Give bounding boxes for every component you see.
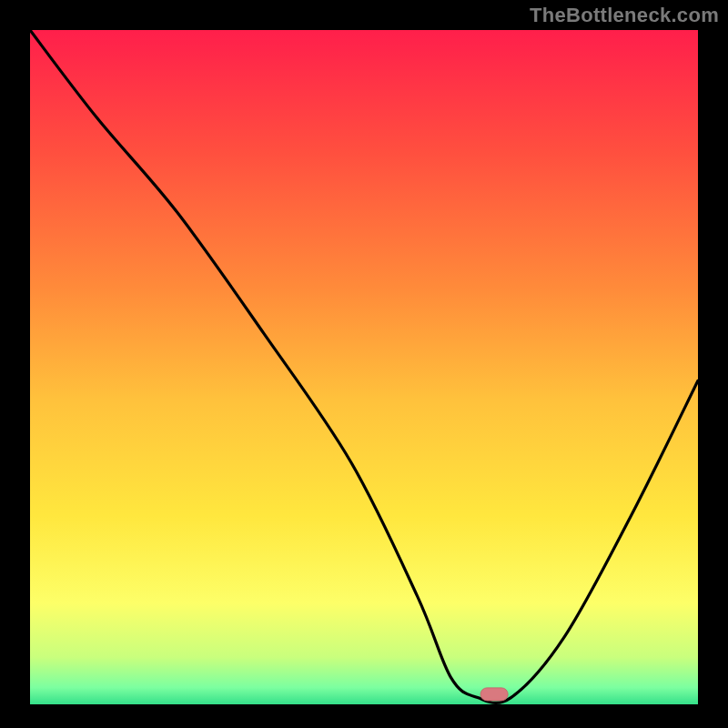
- optimal-marker: [480, 688, 508, 701]
- bottleneck-chart: [0, 0, 728, 728]
- chart-stage: TheBottleneck.com: [0, 0, 728, 728]
- watermark-text: TheBottleneck.com: [530, 4, 719, 27]
- plot-background: [30, 30, 698, 704]
